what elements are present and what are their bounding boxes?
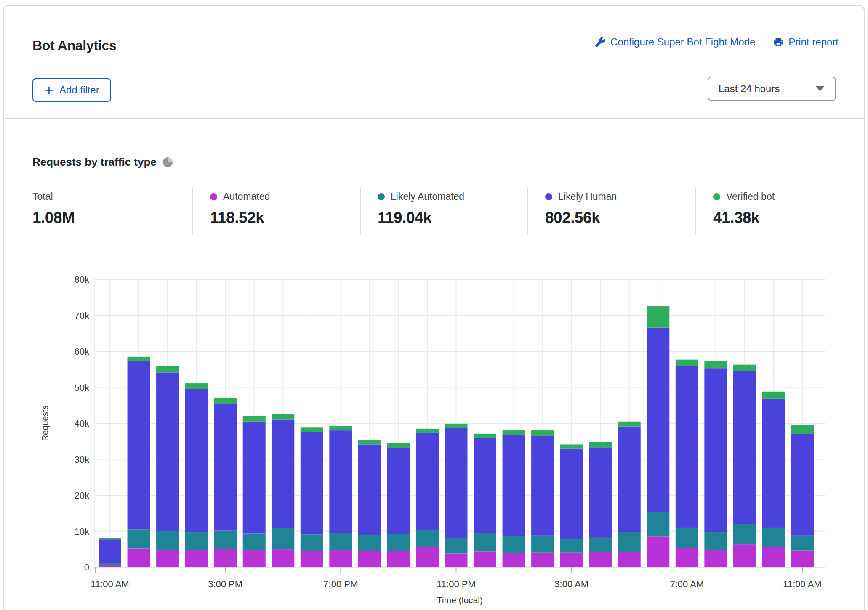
stat-value: 118.52k: [210, 209, 360, 227]
traffic-summary-row: Total 1.08M Automated 118.52k Likely Aut…: [32, 188, 839, 235]
time-range-value: Last 24 hours: [719, 83, 780, 95]
plus-icon: [44, 85, 54, 95]
svg-text:7:00 AM: 7:00 AM: [670, 579, 704, 589]
add-filter-button[interactable]: Add filter: [32, 78, 111, 102]
stat-label: Verified bot: [726, 191, 775, 202]
svg-text:10k: 10k: [75, 526, 90, 537]
svg-text:Time (local): Time (local): [437, 595, 483, 605]
stat-label: Automated: [223, 191, 270, 202]
wrench-icon: [595, 37, 606, 48]
print-report-link[interactable]: Print report: [773, 36, 839, 48]
page-title: Bot Analytics: [32, 38, 116, 53]
header-actions: Configure Super Bot Fight Mode Print rep…: [595, 36, 839, 48]
svg-text:20k: 20k: [75, 490, 90, 501]
stat-verified-bot: Verified bot 41.38k: [695, 188, 839, 235]
svg-text:50k: 50k: [75, 382, 90, 393]
svg-text:80k: 80k: [75, 274, 90, 285]
stat-label: Likely Human: [558, 191, 617, 202]
svg-text:70k: 70k: [75, 310, 90, 321]
stat-label: Likely Automated: [391, 191, 464, 202]
svg-text:60k: 60k: [75, 346, 90, 357]
pie-chart-icon: [163, 157, 173, 167]
configure-link-label: Configure Super Bot Fight Mode: [610, 36, 755, 48]
stat-total: Total 1.08M: [32, 188, 192, 235]
stat-label: Total: [32, 191, 53, 202]
svg-text:3:00 PM: 3:00 PM: [208, 579, 242, 589]
stat-likely-human: Likely Human 802.56k: [527, 188, 695, 235]
verified-bot-dot-icon: [713, 193, 720, 200]
stat-value: 41.38k: [713, 209, 839, 227]
stat-value: 1.08M: [32, 209, 192, 227]
stat-value: 802.56k: [545, 209, 695, 227]
print-link-label: Print report: [788, 36, 839, 48]
section-title-row: Requests by traffic type: [32, 156, 173, 169]
add-filter-label: Add filter: [59, 84, 99, 96]
header-divider: [4, 118, 864, 119]
likely-automated-dot-icon: [378, 193, 385, 200]
svg-text:Requests: Requests: [40, 406, 50, 441]
svg-text:30k: 30k: [75, 454, 90, 465]
svg-text:3:00 AM: 3:00 AM: [554, 579, 588, 589]
time-range-select[interactable]: Last 24 hours: [708, 77, 836, 101]
printer-icon: [773, 37, 784, 48]
automated-dot-icon: [210, 193, 217, 200]
configure-super-bot-fight-mode-link[interactable]: Configure Super Bot Fight Mode: [595, 36, 755, 48]
traffic-chart: 11:00 AM3:00 PM7:00 PM11:00 PM3:00 AM7:0…: [4, 258, 868, 610]
svg-text:11:00 PM: 11:00 PM: [437, 579, 476, 589]
stat-automated: Automated 118.52k: [192, 188, 360, 235]
svg-text:11:00 AM: 11:00 AM: [783, 579, 821, 589]
chevron-down-icon: [816, 86, 824, 91]
svg-text:11:00 AM: 11:00 AM: [91, 579, 129, 589]
section-title: Requests by traffic type: [32, 156, 157, 169]
svg-text:0: 0: [84, 562, 89, 573]
likely-human-dot-icon: [545, 193, 552, 200]
stat-likely-automated: Likely Automated 119.04k: [360, 188, 527, 235]
svg-text:40k: 40k: [75, 418, 90, 429]
stat-value: 119.04k: [378, 209, 527, 227]
bot-analytics-panel: Bot Analytics Configure Super Bot Fight …: [3, 5, 865, 610]
svg-text:7:00 PM: 7:00 PM: [323, 579, 358, 589]
